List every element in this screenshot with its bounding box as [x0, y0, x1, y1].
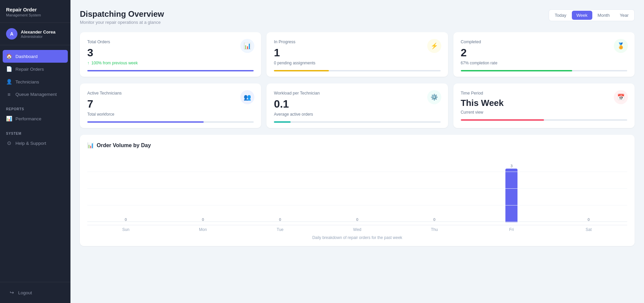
home-icon: 🏠	[6, 53, 12, 59]
bar-value-wed: 0	[356, 218, 358, 222]
total-orders-progress-fill	[87, 70, 254, 71]
page-header: Dispatching Overview Monitor your repair…	[80, 9, 635, 25]
sidebar-user: A Alexander Corea Administrator	[0, 23, 70, 45]
document-icon: 📄	[6, 66, 12, 72]
chart-bars: 0 0 0 0	[87, 155, 627, 222]
user-name: Alexander Corea	[21, 29, 55, 35]
total-orders-sub: ↑ 100% from previous week	[87, 61, 254, 65]
card-completed: Completed 2 67% completion rate 🏅	[453, 32, 635, 77]
time-period-progress-fill	[461, 119, 544, 121]
workload-progress	[274, 121, 440, 123]
time-filter: Today Week Month Year	[549, 9, 635, 21]
completed-value: 2	[461, 47, 627, 59]
sidebar-item-label: Dashboard	[15, 54, 38, 59]
sidebar-item-technicians[interactable]: 👤 Technicians	[0, 75, 70, 88]
in-progress-value: 1	[274, 47, 440, 59]
completed-progress-fill	[461, 70, 573, 71]
system-nav: SYSTEM ⊙ Help & Support	[0, 127, 70, 152]
label-fri: Fri	[473, 227, 550, 232]
time-period-progress	[461, 119, 627, 121]
label-thu: Thu	[396, 227, 473, 232]
avatar: A	[6, 28, 17, 40]
time-period-sub: Current view	[461, 110, 627, 115]
card-workload: Workload per Technician 0.1 Average acti…	[266, 83, 448, 128]
sidebar-item-queue-management[interactable]: ≡ Queue Management	[0, 88, 70, 101]
logo-subtitle: Management System	[6, 13, 64, 17]
chart-icon: 📊	[6, 116, 12, 122]
workload-value: 0.1	[274, 98, 440, 110]
today-button[interactable]: Today	[550, 11, 571, 20]
logout-button[interactable]: ↪ Logout	[3, 286, 68, 299]
active-tech-progress-fill	[87, 121, 204, 123]
label-sat: Sat	[550, 227, 627, 232]
main-nav: 🏠 Dashboard 📄 Repair Orders 👤 Technician…	[0, 45, 70, 103]
chart-area: 0 0 0 0	[87, 155, 627, 232]
completed-label: Completed	[461, 40, 627, 44]
chart-title: Order Volume by Day	[97, 142, 151, 148]
check-badge-icon: 🏅	[614, 39, 628, 53]
chart-col-mon: 0	[164, 155, 242, 222]
chart-col-thu: 0	[396, 155, 473, 222]
logo-title: Repair Order	[6, 7, 64, 12]
sidebar-item-help-support[interactable]: ⊙ Help & Support	[0, 137, 70, 149]
bar-fri	[505, 169, 517, 222]
chart-col-wed: 0	[319, 155, 396, 222]
chart-title-row: 📊 Order Volume by Day	[87, 142, 627, 148]
time-period-value: This Week	[461, 98, 627, 108]
in-progress-progress-fill	[274, 70, 329, 71]
week-button[interactable]: Week	[572, 11, 592, 20]
sidebar-item-label: Queue Management	[15, 92, 57, 97]
help-icon: ⊙	[6, 140, 12, 146]
page-title-group: Dispatching Overview Monitor your repair…	[80, 9, 164, 25]
bar-value-thu: 0	[433, 218, 435, 222]
label-tue: Tue	[242, 227, 319, 232]
bar-value-fri: 3	[510, 164, 512, 168]
completed-progress	[461, 70, 627, 71]
total-orders-label: Total Orders	[87, 40, 254, 44]
card-total-orders: Total Orders 3 ↑ 100% from previous week…	[80, 32, 261, 77]
logout-label: Logout	[18, 290, 32, 295]
chart-day-labels: Sun Mon Tue Wed Thu Fri Sat	[87, 225, 627, 232]
year-button[interactable]: Year	[615, 11, 633, 20]
user-role: Administrator	[21, 35, 55, 39]
bar-value-tue: 0	[279, 218, 281, 222]
chart-section: 📊 Order Volume by Day 0 0	[80, 135, 635, 246]
gear-icon: ⚙️	[427, 90, 441, 104]
page-title: Dispatching Overview	[80, 9, 164, 19]
top-cards-grid: Total Orders 3 ↑ 100% from previous week…	[80, 32, 635, 77]
sidebar-item-performance[interactable]: 📊 Performance	[0, 112, 70, 125]
month-button[interactable]: Month	[593, 11, 614, 20]
sidebar-item-dashboard[interactable]: 🏠 Dashboard	[3, 50, 68, 63]
workload-progress-fill	[274, 121, 291, 123]
label-wed: Wed	[319, 227, 396, 232]
card-in-progress: In Progress 1 0 pending assignments ⚡	[266, 32, 448, 77]
sidebar-item-label: Performance	[15, 116, 41, 121]
time-period-label: Time Period	[461, 91, 627, 96]
sidebar-item-repair-orders[interactable]: 📄 Repair Orders	[0, 63, 70, 75]
person-icon: 👤	[6, 79, 12, 85]
card-active-technicians: Active Technicians 7 Total workforce 👥	[80, 83, 261, 128]
completed-sub: 67% completion rate	[461, 61, 627, 65]
sidebar-logo: Repair Order Management System	[0, 0, 70, 23]
sidebar-footer: ↪ Logout	[0, 282, 70, 303]
activity-icon: ⚡	[427, 39, 441, 53]
bottom-cards-grid: Active Technicians 7 Total workforce 👥 W…	[80, 83, 635, 128]
chart-col-tue: 0	[242, 155, 319, 222]
reports-nav: REPORTS 📊 Performance	[0, 103, 70, 127]
total-orders-value: 3	[87, 47, 254, 59]
bar-value-mon: 0	[202, 218, 204, 222]
label-sun: Sun	[87, 227, 164, 232]
page-subtitle: Monitor your repair operations at a glan…	[80, 20, 164, 25]
active-tech-progress	[87, 121, 254, 123]
total-orders-progress	[87, 70, 254, 71]
workload-label: Workload per Technician	[274, 91, 440, 96]
reports-label: REPORTS	[0, 107, 70, 111]
workload-sub: Average active orders	[274, 112, 440, 117]
in-progress-label: In Progress	[274, 40, 440, 44]
logout-icon: ↪	[9, 290, 15, 296]
chart-bar-icon: 📊	[87, 142, 94, 148]
active-tech-value: 7	[87, 98, 254, 110]
sidebar-item-label: Repair Orders	[15, 67, 44, 72]
active-tech-label: Active Technicians	[87, 91, 254, 96]
label-mon: Mon	[164, 227, 242, 232]
